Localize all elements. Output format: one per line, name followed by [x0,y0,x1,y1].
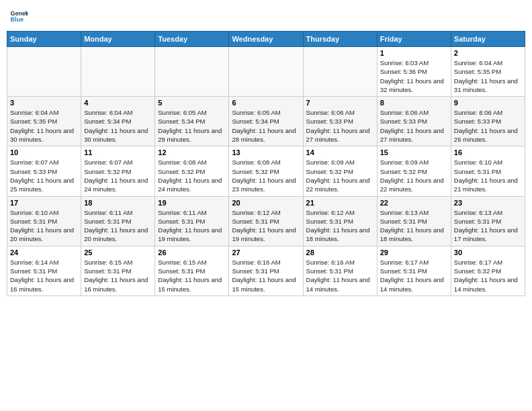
day-number: 19 [158,199,226,207]
calendar-cell: 8Sunrise: 6:06 AMSunset: 5:33 PMDaylight… [377,97,451,146]
day-number: 2 [454,49,522,57]
day-number: 20 [232,199,300,207]
calendar-cell: 19Sunrise: 6:11 AMSunset: 5:31 PMDayligh… [155,196,229,246]
calendar-cell: 22Sunrise: 6:13 AMSunset: 5:31 PMDayligh… [377,196,451,246]
day-info: Sunrise: 6:08 AMSunset: 5:32 PMDaylight:… [232,158,300,193]
calendar-week-3: 10Sunrise: 6:07 AMSunset: 5:33 PMDayligh… [7,146,525,196]
column-header-thursday: Thursday [303,32,377,47]
day-number: 18 [84,199,152,207]
day-number: 7 [306,99,374,107]
day-number: 26 [158,248,226,257]
day-info: Sunrise: 6:14 AMSunset: 5:31 PMDaylight:… [10,258,78,293]
day-number: 6 [232,99,300,107]
day-info: Sunrise: 6:10 AMSunset: 5:31 PMDaylight:… [10,208,78,244]
column-header-wednesday: Wednesday [229,32,303,47]
day-number: 8 [380,99,448,107]
day-number: 29 [380,248,448,257]
day-info: Sunrise: 6:12 AMSunset: 5:31 PMDaylight:… [306,208,374,244]
day-number: 10 [10,148,78,156]
calendar-cell [81,47,155,97]
calendar-cell: 10Sunrise: 6:07 AMSunset: 5:33 PMDayligh… [7,146,81,196]
calendar-body: 1Sunrise: 6:03 AMSunset: 5:36 PMDaylight… [7,47,525,296]
calendar-table: SundayMondayTuesdayWednesdayThursdayFrid… [7,31,525,296]
calendar-cell: 3Sunrise: 6:04 AMSunset: 5:35 PMDaylight… [7,97,81,146]
calendar-cell: 28Sunrise: 6:16 AMSunset: 5:31 PMDayligh… [303,246,377,295]
day-number: 14 [306,148,374,156]
day-number: 21 [306,199,374,207]
logo: General Blue [9,7,28,26]
column-header-friday: Friday [377,32,451,47]
day-info: Sunrise: 6:04 AMSunset: 5:35 PMDaylight:… [454,58,522,94]
day-number: 22 [380,199,448,207]
day-info: Sunrise: 6:06 AMSunset: 5:33 PMDaylight:… [380,108,448,144]
calendar-cell: 12Sunrise: 6:08 AMSunset: 5:32 PMDayligh… [155,146,229,196]
calendar-cell: 30Sunrise: 6:17 AMSunset: 5:32 PMDayligh… [451,246,525,295]
day-number: 4 [84,99,152,107]
calendar-cell: 9Sunrise: 6:06 AMSunset: 5:33 PMDaylight… [451,97,525,146]
day-info: Sunrise: 6:05 AMSunset: 5:34 PMDaylight:… [158,108,226,144]
day-info: Sunrise: 6:10 AMSunset: 5:31 PMDaylight:… [454,158,522,193]
day-number: 16 [454,148,522,156]
day-number: 15 [380,148,448,156]
calendar-cell: 2Sunrise: 6:04 AMSunset: 5:35 PMDaylight… [451,47,525,97]
calendar-cell: 11Sunrise: 6:07 AMSunset: 5:32 PMDayligh… [81,146,155,196]
day-number: 28 [306,248,374,257]
calendar-cell: 17Sunrise: 6:10 AMSunset: 5:31 PMDayligh… [7,196,81,246]
calendar-cell: 23Sunrise: 6:13 AMSunset: 5:31 PMDayligh… [451,196,525,246]
day-number: 25 [84,248,152,257]
calendar-week-4: 17Sunrise: 6:10 AMSunset: 5:31 PMDayligh… [7,196,525,246]
day-info: Sunrise: 6:15 AMSunset: 5:31 PMDaylight:… [158,258,226,293]
day-info: Sunrise: 6:15 AMSunset: 5:31 PMDaylight:… [84,258,152,293]
calendar-cell: 21Sunrise: 6:12 AMSunset: 5:31 PMDayligh… [303,196,377,246]
day-info: Sunrise: 6:06 AMSunset: 5:33 PMDaylight:… [306,108,374,144]
day-info: Sunrise: 6:04 AMSunset: 5:35 PMDaylight:… [10,108,78,144]
calendar-cell: 26Sunrise: 6:15 AMSunset: 5:31 PMDayligh… [155,246,229,295]
day-number: 30 [454,248,522,257]
day-info: Sunrise: 6:12 AMSunset: 5:31 PMDaylight:… [232,208,300,244]
day-info: Sunrise: 6:04 AMSunset: 5:34 PMDaylight:… [84,108,152,144]
calendar-week-2: 3Sunrise: 6:04 AMSunset: 5:35 PMDaylight… [7,97,525,146]
calendar-cell: 15Sunrise: 6:09 AMSunset: 5:32 PMDayligh… [377,146,451,196]
column-header-saturday: Saturday [451,32,525,47]
calendar-cell: 4Sunrise: 6:04 AMSunset: 5:34 PMDaylight… [81,97,155,146]
calendar-cell: 14Sunrise: 6:09 AMSunset: 5:32 PMDayligh… [303,146,377,196]
day-info: Sunrise: 6:05 AMSunset: 5:34 PMDaylight:… [232,108,300,144]
calendar-cell: 29Sunrise: 6:17 AMSunset: 5:31 PMDayligh… [377,246,451,295]
day-info: Sunrise: 6:09 AMSunset: 5:32 PMDaylight:… [306,158,374,193]
calendar-cell: 5Sunrise: 6:05 AMSunset: 5:34 PMDaylight… [155,97,229,146]
day-info: Sunrise: 6:03 AMSunset: 5:36 PMDaylight:… [380,58,448,94]
page-header: General Blue [7,7,525,26]
day-info: Sunrise: 6:17 AMSunset: 5:32 PMDaylight:… [454,258,522,293]
day-info: Sunrise: 6:07 AMSunset: 5:32 PMDaylight:… [84,158,152,193]
calendar-cell: 1Sunrise: 6:03 AMSunset: 5:36 PMDaylight… [377,47,451,97]
calendar-cell: 6Sunrise: 6:05 AMSunset: 5:34 PMDaylight… [229,97,303,146]
day-info: Sunrise: 6:09 AMSunset: 5:32 PMDaylight:… [380,158,448,193]
calendar-header-row: SundayMondayTuesdayWednesdayThursdayFrid… [7,32,525,47]
day-number: 11 [84,148,152,156]
column-header-tuesday: Tuesday [155,32,229,47]
column-header-monday: Monday [81,32,155,47]
day-number: 3 [10,99,78,107]
column-header-sunday: Sunday [7,32,81,47]
calendar-header: SundayMondayTuesdayWednesdayThursdayFrid… [7,32,525,47]
day-info: Sunrise: 6:11 AMSunset: 5:31 PMDaylight:… [158,208,226,244]
day-number: 17 [10,199,78,207]
calendar-cell [155,47,229,97]
day-info: Sunrise: 6:06 AMSunset: 5:33 PMDaylight:… [454,108,522,144]
day-info: Sunrise: 6:13 AMSunset: 5:31 PMDaylight:… [454,208,522,244]
day-number: 1 [380,49,448,57]
calendar-cell: 18Sunrise: 6:11 AMSunset: 5:31 PMDayligh… [81,196,155,246]
day-number: 5 [158,99,226,107]
day-info: Sunrise: 6:07 AMSunset: 5:33 PMDaylight:… [10,158,78,193]
calendar-week-5: 24Sunrise: 6:14 AMSunset: 5:31 PMDayligh… [7,246,525,295]
calendar-cell: 20Sunrise: 6:12 AMSunset: 5:31 PMDayligh… [229,196,303,246]
calendar-cell [7,47,81,97]
calendar-cell [303,47,377,97]
day-number: 23 [454,199,522,207]
day-info: Sunrise: 6:13 AMSunset: 5:31 PMDaylight:… [380,208,448,244]
day-info: Sunrise: 6:16 AMSunset: 5:31 PMDaylight:… [306,258,374,293]
calendar-cell: 16Sunrise: 6:10 AMSunset: 5:31 PMDayligh… [451,146,525,196]
day-info: Sunrise: 6:16 AMSunset: 5:31 PMDaylight:… [232,258,300,293]
calendar-week-1: 1Sunrise: 6:03 AMSunset: 5:36 PMDaylight… [7,47,525,97]
calendar-cell: 25Sunrise: 6:15 AMSunset: 5:31 PMDayligh… [81,246,155,295]
